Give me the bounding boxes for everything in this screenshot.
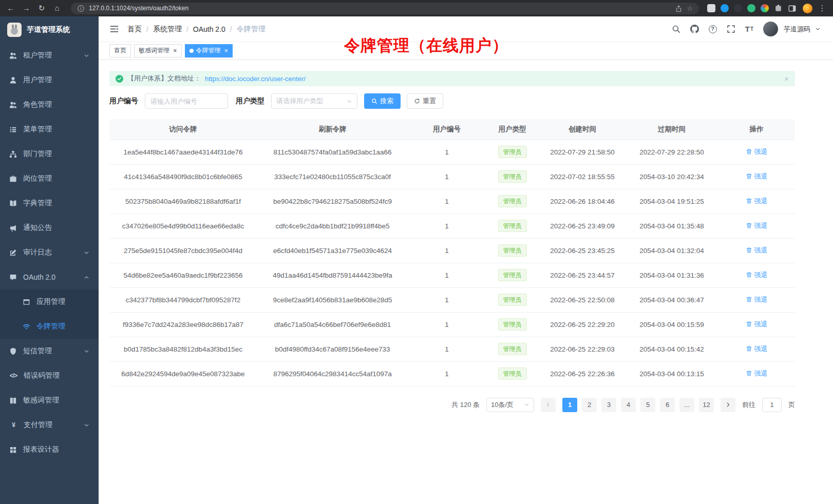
breadcrumb-item[interactable]: OAuth 2.0: [193, 25, 225, 33]
tag-close-icon[interactable]: ×: [173, 47, 177, 54]
sidebar-item-post[interactable]: 岗位管理: [0, 166, 99, 191]
breadcrumb-item[interactable]: 首页: [127, 25, 142, 34]
extension-icon[interactable]: [761, 4, 769, 12]
page-button-12[interactable]: 12: [699, 398, 714, 412]
force-logout-button[interactable]: 强退: [746, 270, 768, 280]
sidebar-item-pay[interactable]: ¥支付管理: [0, 413, 99, 437]
table-row: f9336e7c7dd242a283ee98dc86b17a87dfa6c71a…: [109, 312, 795, 337]
force-logout-button[interactable]: 强退: [746, 246, 768, 255]
refresh-token-cell: 8796295f04064c2983414cc54af1097a: [257, 361, 408, 386]
extension-icon[interactable]: [707, 4, 715, 12]
alert-close-icon[interactable]: ×: [784, 74, 789, 83]
sidebar-item-user[interactable]: 用户管理: [0, 68, 99, 92]
force-logout-button[interactable]: 强退: [746, 344, 768, 354]
force-logout-button[interactable]: 强退: [746, 197, 768, 206]
breadcrumb: 首页/系统管理/OAuth 2.0/令牌管理: [127, 25, 266, 34]
site-info-icon[interactable]: [77, 5, 85, 12]
sidebar-item-sensitive-word[interactable]: 敏感词管理: [0, 388, 99, 413]
page-button-4[interactable]: 4: [621, 398, 636, 412]
browser-profile-avatar[interactable]: [803, 4, 812, 13]
user-type-select[interactable]: 请选择用户类型: [271, 93, 357, 109]
sidebar-item-sms[interactable]: 短信管理: [0, 339, 99, 363]
font-size-icon[interactable]: TT: [745, 25, 753, 33]
sidebar-item-dict[interactable]: 字典管理: [0, 191, 99, 216]
users-icon: [9, 52, 17, 60]
fullscreen-icon[interactable]: [727, 25, 735, 33]
sidebar-item-report-designer[interactable]: 报表设计器: [0, 437, 99, 462]
user-type-badge: 管理员: [498, 195, 527, 207]
sidebar-item-label: 通知公告: [23, 223, 89, 232]
tag-home[interactable]: 首页: [109, 44, 131, 57]
extension-icon[interactable]: [721, 4, 729, 12]
next-page-button[interactable]: [721, 398, 735, 412]
alert-text: 【用户体系】文档地址：: [127, 74, 201, 83]
page-button-5[interactable]: 5: [640, 398, 655, 412]
extension-icon[interactable]: [747, 4, 755, 12]
sidebar-item-role[interactable]: 角色管理: [0, 92, 99, 117]
tag-close-icon[interactable]: ×: [224, 47, 229, 54]
address-bar[interactable]: 127.0.0.1:1024/system/oauth2/token ☆: [71, 3, 699, 14]
sidebar-item-oauth2[interactable]: OAuth 2.0: [0, 265, 99, 289]
search-button[interactable]: 搜索: [364, 93, 401, 109]
force-logout-button[interactable]: 强退: [746, 295, 768, 304]
force-logout-button[interactable]: 强退: [746, 172, 768, 181]
user-menu-caret-icon[interactable]: [815, 26, 821, 32]
extensions-puzzle-icon[interactable]: [774, 4, 783, 13]
pagination: 共 120 条 10条/页 123456...12 前往 页: [109, 398, 795, 412]
sidebar-item-tenant[interactable]: 租户管理: [0, 43, 99, 68]
user-id-input[interactable]: [145, 93, 228, 109]
sidebar-item-menu[interactable]: 菜单管理: [0, 117, 99, 142]
force-logout-button[interactable]: 强退: [746, 147, 768, 157]
page-button-2[interactable]: 2: [582, 398, 597, 412]
help-icon[interactable]: ?: [709, 25, 717, 33]
page-button-3[interactable]: 3: [601, 398, 616, 412]
force-logout-button[interactable]: 强退: [746, 221, 768, 230]
tag-sensitive-word[interactable]: 敏感词管理×: [134, 44, 182, 57]
browser-menu-icon[interactable]: ⋮: [817, 3, 828, 14]
app-logo-row[interactable]: 芋道管理系统: [0, 16, 99, 43]
refresh-token-cell: dfa6c71a50a54c66bef706ef9e6e8d81: [257, 312, 408, 337]
browser-reload-icon[interactable]: ↻: [36, 3, 47, 14]
reset-button[interactable]: 重置: [407, 93, 443, 109]
share-icon[interactable]: [675, 5, 683, 12]
breadcrumb-item[interactable]: 系统管理: [153, 25, 182, 34]
page-button-6[interactable]: 6: [660, 398, 675, 412]
sidebar-item-dept[interactable]: 部门管理: [0, 142, 99, 166]
github-icon[interactable]: [690, 25, 699, 33]
force-logout-button[interactable]: 强退: [746, 369, 768, 378]
force-logout-button[interactable]: 强退: [746, 320, 768, 329]
expire-time-cell: 2054-03-04 00:15:59: [626, 312, 718, 337]
extension-icon[interactable]: [734, 4, 742, 12]
bookmark-star-icon[interactable]: ☆: [687, 5, 693, 12]
user-type-cell: 管理员: [485, 189, 539, 214]
goto-page-input[interactable]: [762, 398, 782, 412]
sidebar-toggle-icon[interactable]: [109, 24, 119, 34]
browser-back-icon[interactable]: ←: [5, 3, 16, 14]
refresh-token-cell: b0df4980ffd34c67a08f9156e4eee733: [257, 337, 408, 361]
tag-token[interactable]: 令牌管理×: [185, 44, 233, 57]
browser-home-icon[interactable]: ⌂: [51, 3, 63, 14]
user-type-cell: 管理员: [485, 263, 539, 287]
search-icon[interactable]: [672, 25, 680, 33]
delete-icon: [746, 247, 752, 254]
sidebar-item-error-code[interactable]: </>错误码管理: [0, 363, 99, 388]
prev-page-button[interactable]: [541, 398, 556, 412]
browser-forward-icon[interactable]: →: [21, 3, 32, 14]
page-button-1[interactable]: 1: [562, 398, 577, 412]
user-avatar[interactable]: [763, 22, 778, 36]
sidebar-item-oauth2-app[interactable]: 应用管理: [0, 289, 99, 314]
side-panel-icon[interactable]: [788, 4, 797, 13]
table-row: 6d842e2924594de9a09e45e087323abe8796295f…: [109, 361, 795, 386]
sidebar-item-label: 角色管理: [23, 100, 89, 109]
sidebar-item-label: 错误码管理: [24, 371, 89, 380]
sidebar-item-oauth2-token[interactable]: 令牌管理: [0, 314, 99, 339]
page-size-select[interactable]: 10条/页: [486, 398, 534, 412]
action-cell: 强退: [718, 337, 795, 361]
refresh-icon: [414, 98, 420, 104]
goto-label: 前往: [742, 400, 755, 410]
doc-link[interactable]: https://doc.iocoder.cn/user-center/: [205, 75, 306, 83]
page-ellipsis-button[interactable]: ...: [679, 398, 694, 412]
sidebar-item-audit-log[interactable]: 审计日志: [0, 240, 99, 265]
user-type-badge: 管理员: [498, 343, 527, 355]
sidebar-item-notice[interactable]: 通知公告: [0, 216, 99, 240]
